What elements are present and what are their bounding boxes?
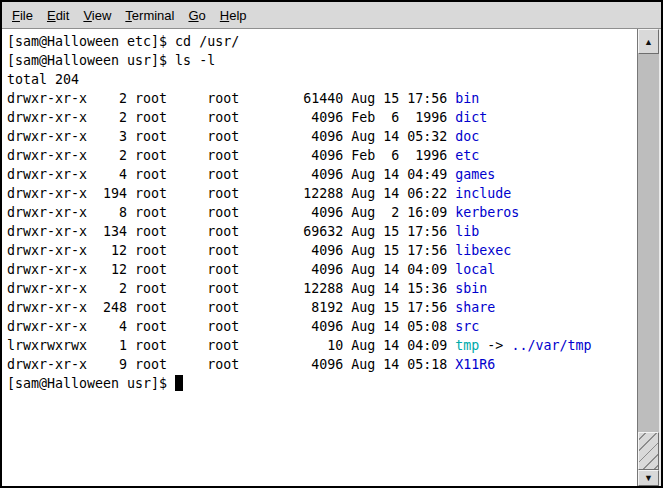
terminal-text: drwxr-xr-x 8 root root 4096 Aug 2 16:09 — [7, 205, 455, 220]
terminal-line: lrwxrwxrwx 1 root root 10 Aug 14 04:09 t… — [7, 336, 637, 355]
terminal-text: [sam@Halloween usr]$ — [7, 376, 175, 391]
terminal-cursor — [175, 375, 183, 391]
terminal-line: drwxr-xr-x 4 root root 4096 Aug 14 04:49… — [7, 165, 637, 184]
terminal-line: drwxr-xr-x 9 root root 4096 Aug 14 05:18… — [7, 355, 637, 374]
scrollbar: ▲ ▼ — [637, 29, 661, 486]
terminal-text: lrwxrwxrwx 1 root root 10 Aug 14 04:09 — [7, 338, 455, 353]
terminal-line: drwxr-xr-x 4 root root 4096 Aug 14 05:08… — [7, 317, 637, 336]
menu-item-terminal[interactable]: Terminal — [118, 4, 181, 27]
scrollbar-up-button[interactable]: ▲ — [638, 29, 659, 54]
terminal-line: drwxr-xr-x 12 root root 4096 Aug 14 04:0… — [7, 260, 637, 279]
menu-item-file[interactable]: File — [5, 4, 40, 27]
terminal-text: drwxr-xr-x 194 root root 12288 Aug 14 06… — [7, 186, 455, 201]
terminal-line: [sam@Halloween usr]$ — [7, 374, 637, 393]
file-name: src — [455, 319, 479, 334]
terminal-text: [sam@Halloween etc]$ cd /usr/ — [7, 34, 239, 49]
menu-item-view[interactable]: View — [76, 4, 118, 27]
file-name: dict — [455, 110, 487, 125]
file-name: etc — [455, 148, 479, 163]
terminal-line: drwxr-xr-x 2 root root 12288 Aug 14 15:3… — [7, 279, 637, 298]
terminal-line: drwxr-xr-x 3 root root 4096 Aug 14 05:32… — [7, 127, 637, 146]
terminal-line: drwxr-xr-x 2 root root 4096 Feb 6 1996 d… — [7, 108, 637, 127]
file-name: ../var/tmp — [511, 338, 591, 353]
terminal-text: drwxr-xr-x 248 root root 8192 Aug 15 17:… — [7, 300, 455, 315]
terminal-text: drwxr-xr-x 2 root root 61440 Aug 15 17:5… — [7, 91, 455, 106]
file-name: include — [455, 186, 511, 201]
terminal-text: drwxr-xr-x 3 root root 4096 Aug 14 05:32 — [7, 129, 455, 144]
terminal-text: drwxr-xr-x 4 root root 4096 Aug 14 04:49 — [7, 167, 455, 182]
terminal-line: drwxr-xr-x 8 root root 4096 Aug 2 16:09 … — [7, 203, 637, 222]
up-arrow-icon: ▲ — [644, 37, 653, 47]
down-arrow-icon: ▼ — [644, 473, 653, 483]
terminal-text: drwxr-xr-x 12 root root 4096 Aug 15 17:5… — [7, 243, 455, 258]
file-name: kerberos — [455, 205, 519, 220]
terminal-text: drwxr-xr-x 2 root root 4096 Feb 6 1996 — [7, 110, 455, 125]
menu-bar: FileEditViewTerminalGoHelp — [2, 2, 661, 29]
terminal-line: drwxr-xr-x 248 root root 8192 Aug 15 17:… — [7, 298, 637, 317]
menu-item-edit[interactable]: Edit — [40, 4, 76, 27]
file-name: share — [455, 300, 495, 315]
terminal-line: [sam@Halloween usr]$ ls -l — [7, 51, 637, 70]
terminal-line: [sam@Halloween etc]$ cd /usr/ — [7, 32, 637, 51]
terminal-text: drwxr-xr-x 134 root root 69632 Aug 15 17… — [7, 224, 455, 239]
terminal-window: FileEditViewTerminalGoHelp [sam@Hallowee… — [0, 0, 663, 488]
terminal-content: [sam@Halloween etc]$ cd /usr/[sam@Hallow… — [2, 29, 661, 486]
terminal-text: -> — [479, 338, 511, 353]
terminal-text: drwxr-xr-x 9 root root 4096 Aug 14 05:18 — [7, 357, 455, 372]
file-name: games — [455, 167, 495, 182]
scrollbar-down-button[interactable]: ▼ — [638, 470, 659, 486]
terminal-line: drwxr-xr-x 2 root root 61440 Aug 15 17:5… — [7, 89, 637, 108]
file-name: lib — [455, 224, 479, 239]
terminal-text: drwxr-xr-x 4 root root 4096 Aug 14 05:08 — [7, 319, 455, 334]
terminal-text: total 204 — [7, 72, 79, 87]
terminal-text: drwxr-xr-x 2 root root 12288 Aug 14 15:3… — [7, 281, 455, 296]
menu-item-go[interactable]: Go — [181, 4, 212, 27]
terminal-line: drwxr-xr-x 134 root root 69632 Aug 15 17… — [7, 222, 637, 241]
terminal-text: [sam@Halloween usr]$ ls -l — [7, 53, 215, 68]
file-name: libexec — [455, 243, 511, 258]
scrollbar-trough[interactable] — [638, 54, 659, 470]
file-name: doc — [455, 129, 479, 144]
terminal-line: drwxr-xr-x 194 root root 12288 Aug 14 06… — [7, 184, 637, 203]
terminal-text: drwxr-xr-x 12 root root 4096 Aug 14 04:0… — [7, 262, 455, 277]
scrollbar-thumb[interactable] — [638, 432, 659, 470]
terminal-line: drwxr-xr-x 12 root root 4096 Aug 15 17:5… — [7, 241, 637, 260]
file-name: local — [455, 262, 495, 277]
file-name: bin — [455, 91, 479, 106]
terminal-line: drwxr-xr-x 2 root root 4096 Feb 6 1996 e… — [7, 146, 637, 165]
menu-item-help[interactable]: Help — [213, 4, 254, 27]
file-name: tmp — [455, 338, 479, 353]
terminal-line: total 204 — [7, 70, 637, 89]
file-name: X11R6 — [455, 357, 495, 372]
terminal-screen[interactable]: [sam@Halloween etc]$ cd /usr/[sam@Hallow… — [2, 29, 637, 486]
terminal-text: drwxr-xr-x 2 root root 4096 Feb 6 1996 — [7, 148, 455, 163]
file-name: sbin — [455, 281, 487, 296]
